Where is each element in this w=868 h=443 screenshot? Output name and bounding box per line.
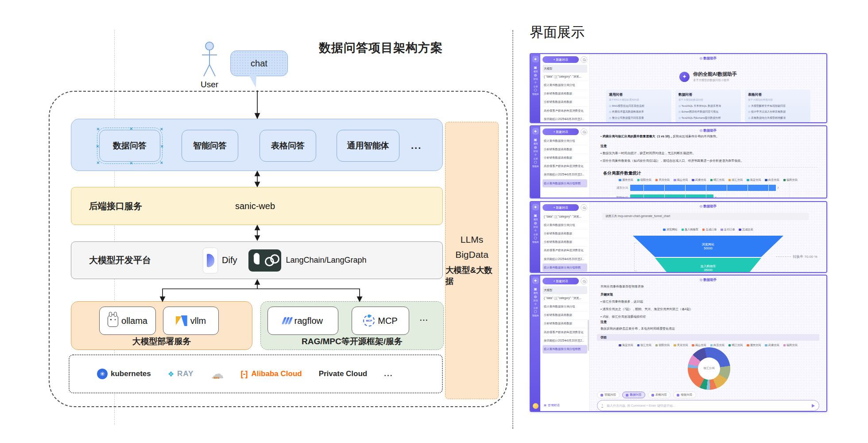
legend-item[interactable]: 生成订单 [702, 228, 717, 232]
sidebar-chat-item[interactable]: 统计案件数据按分局分组饼图 [542, 179, 587, 187]
rail-item-分享[interactable]: ✧分享 [532, 153, 539, 160]
sidebar-chat-item[interactable]: 分析销售数据表格数据 [542, 320, 587, 328]
rail-item-智能体[interactable]: ⬡智能体 [532, 236, 539, 244]
sidebar-chat-item[interactable]: { "data": [ { "category": "浏览... [542, 213, 587, 221]
legend-item[interactable]: 南山分局 [674, 178, 688, 182]
sidebar-chat-item[interactable]: 高价值客户群体的年度消费变化 [542, 247, 587, 255]
legend-item[interactable]: 白云分局 [765, 178, 779, 182]
suggestion-item[interactable]: 整合公司数据提升回答质量 [609, 116, 668, 120]
legend-item[interactable]: 浦东分局 [747, 343, 761, 347]
rail-item-通用[interactable]: ▣通用 [532, 138, 539, 145]
rail-item-智能体[interactable]: ⬡智能体 [532, 88, 539, 96]
sidebar-chat-item[interactable]: 分析销售数据表格数据 [542, 90, 587, 98]
suggestion-item[interactable]: Echart图表组件数据问答可视化 [678, 110, 738, 114]
sidebar-chat-item[interactable]: 分析销售数据表格数据 [542, 238, 587, 247]
search-icon[interactable] [581, 278, 587, 284]
app-logo-icon[interactable]: ✦ [532, 277, 539, 284]
suggestion-item[interactable]: RAG模型优化问答系统流程 [609, 104, 668, 108]
send-icon[interactable] [812, 404, 815, 408]
legend-item[interactable]: 完成交易 [739, 228, 753, 232]
rail-item-分享[interactable]: ✧分享 [532, 81, 539, 88]
rail-item-智能体[interactable]: ⬡智能体 [532, 310, 539, 317]
rail-item-对话[interactable]: ◍对话 [532, 145, 539, 153]
pie-section-bar[interactable]: 饼图 [597, 334, 819, 341]
legend-item[interactable]: 朝阳分局 [655, 343, 670, 347]
suggestion-item[interactable]: 大模型解析文件实现智能问答 [748, 104, 807, 108]
legend-item[interactable]: 浏览网站 [663, 228, 677, 232]
mode-chip-表格问答[interactable]: 表格问答 [648, 392, 670, 398]
sidebar-chat-item[interactable]: 按日期统计2025年6月20日至2... [542, 255, 587, 264]
sidebar-chat-item[interactable]: 统计案件数据按分局分组 [542, 81, 587, 89]
sidebar-chat-item[interactable]: 分析销售数据表格数据 [542, 311, 587, 320]
new-chat-button[interactable]: + 新建对话 [542, 128, 579, 135]
suggestion-item[interactable]: Text2SQL 文本转SQL 数据库查询 [678, 104, 738, 108]
rail-item-对话[interactable]: ◍对话 [532, 295, 539, 302]
rail-item-对话[interactable]: ◍对话 [532, 221, 539, 229]
rail-item-对话[interactable]: ◍对话 [532, 73, 539, 81]
sidebar-chat-item[interactable]: 分析销售数据表格数据 [542, 145, 587, 154]
sidebar-chat-item[interactable]: 统计案件数据按分局分组 [542, 221, 587, 229]
rail-item-通用[interactable]: ▣通用 [532, 287, 539, 295]
new-chat-button[interactable]: + 新建对话 [542, 204, 579, 211]
new-chat-button[interactable]: + 新建对话 [542, 56, 579, 63]
sidebar-chat-item[interactable]: 高价值客户群体的年度消费变化 [542, 163, 587, 171]
legend-item[interactable]: 放入购物车 [682, 228, 698, 232]
suggestion-item[interactable]: 向量技术提高数据检索效率 [609, 110, 668, 114]
rail-item-通用[interactable]: ▣通用 [532, 214, 539, 221]
new-chat-button[interactable]: + 新建对话 [542, 278, 579, 284]
legend-item[interactable]: 武侯分局 [692, 178, 706, 182]
sidebar-chat-item[interactable]: 高价值客户群体的年度消费变化 [542, 328, 587, 337]
sidebar-chat-item[interactable]: { "data": [ { "category": "浏览... [542, 73, 587, 81]
app-logo-icon[interactable]: ✦ [532, 56, 539, 62]
legend-item[interactable]: 锦江分局 [710, 178, 725, 182]
suggestion-card: 数据问答基于大模型的数据问答Text2SQL 文本转SQL 数据库查询Echar… [675, 89, 741, 123]
app-logo-icon[interactable]: ✦ [532, 204, 539, 210]
suggestion-item[interactable]: 统计学方法深入分析表格数据 [748, 110, 807, 114]
legend-item[interactable]: 支付订单 [721, 228, 735, 232]
legend-item[interactable]: 徐汇分局 [728, 178, 743, 182]
sidebar-chat-item[interactable]: 按日期统计2025年6月20日至2... [542, 337, 587, 345]
message-input[interactable] [606, 404, 809, 408]
search-icon[interactable] [581, 128, 587, 135]
legend-item[interactable]: 天河分局 [674, 343, 688, 347]
suggestion-item[interactable]: 表格数据结合大模型精准解读 [748, 116, 807, 120]
mode-chip-数据问答[interactable]: 数据问答 [622, 392, 645, 398]
legend-item[interactable]: 海淀分局 [619, 343, 633, 347]
sidebar-chat-item[interactable]: 统计案件数据按分局分组 [542, 137, 587, 145]
sidebar-chat-item[interactable]: 分析销售数据表格数据 [542, 98, 587, 107]
sidebar-chat-item[interactable]: { "data": [ { "category": "浏览... [542, 294, 587, 303]
sidebar-chat-item[interactable]: 高价值客户群体的年度消费变化 [542, 107, 587, 115]
legend-item[interactable]: 朝阳分局 [637, 178, 651, 182]
legend-item[interactable]: 天河分局 [655, 178, 670, 182]
app-logo-icon[interactable]: ✦ [532, 128, 539, 135]
rail-item-通用[interactable]: ▣通用 [532, 66, 539, 73]
legend-item[interactable]: 徐汇分局 [637, 343, 651, 347]
legend-item[interactable]: 锦江分局 [728, 343, 743, 347]
upload-icon[interactable]: ↑ [601, 404, 603, 408]
mode-chip-智能问答[interactable]: 智能问答 [597, 392, 620, 398]
sidebar-chat-item[interactable]: 按日期统计2025年6月20日至2... [542, 171, 587, 179]
legend-item[interactable]: 白云分局 [710, 343, 725, 347]
legend-item[interactable]: 福田分局 [783, 178, 798, 182]
sidebar-chat-item[interactable]: 统计案件数据按分局分组 [542, 303, 587, 311]
sidebar-chat-item[interactable]: 按日期统计2025年6月20日至2... [542, 115, 587, 123]
sidebar-chat-item[interactable]: 统计案件数据按分局分组饼图 [542, 345, 587, 353]
scrollbar[interactable] [588, 320, 589, 351]
search-icon[interactable] [581, 56, 587, 63]
rail-item-分享[interactable]: ✧分享 [532, 229, 539, 236]
sidebar-chat-item[interactable]: 分析销售数据表格数据 [542, 154, 587, 162]
legend-item[interactable]: 武侯分局 [765, 343, 779, 347]
suggestion-item[interactable]: Text2SQL与Echarts提供数据分析 [678, 116, 738, 120]
legend-item[interactable]: 南山分局 [692, 343, 706, 347]
rail-item-智能体[interactable]: ⬡智能体 [532, 160, 539, 168]
search-icon[interactable] [581, 204, 587, 211]
mode-chip-报告问答[interactable]: 报告问答 [673, 392, 696, 398]
sidebar-chat-item[interactable]: 统计案件数据按分局分组饼图 [542, 264, 587, 272]
sidebar-chat-item[interactable]: 分析销售数据表格数据 [542, 229, 587, 238]
legend-item[interactable]: 海淀分局 [747, 178, 761, 182]
legend-item[interactable]: 福田分局 [783, 343, 798, 347]
user-avatar[interactable] [533, 403, 539, 409]
legend-item[interactable]: 浦东分局 [619, 178, 633, 182]
rail-item-分享[interactable]: ✧分享 [532, 302, 539, 310]
manage-chats-button[interactable]: 管理对话 [544, 403, 560, 408]
